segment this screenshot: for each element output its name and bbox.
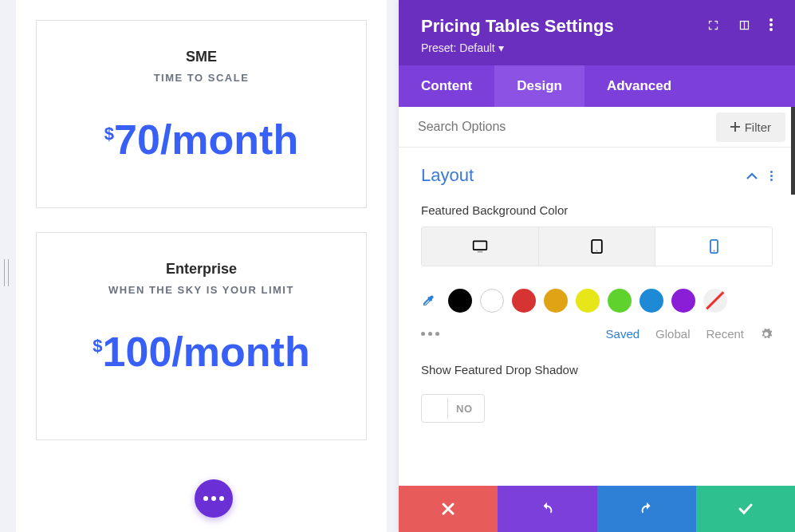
palette-tab-saved[interactable]: Saved (606, 327, 640, 341)
swatch-black[interactable] (448, 289, 472, 313)
price-amount: 100 (103, 329, 172, 375)
swatch-purple[interactable] (671, 289, 695, 313)
swatch-green[interactable] (608, 289, 632, 313)
preset-label: Preset: (421, 41, 456, 54)
canvas-area: SME TIME TO SCALE $70/month Enterprise W… (16, 0, 387, 532)
price-period: /month (171, 329, 309, 375)
panel-title: Pricing Tables Settings (421, 16, 614, 37)
svg-rect-5 (473, 241, 486, 250)
svg-point-10 (713, 250, 714, 252)
plan-name: SME (53, 49, 350, 65)
preset-value: Default (459, 41, 494, 54)
toggle-value: NO (448, 403, 484, 415)
filter-button[interactable]: Filter (716, 112, 785, 142)
drop-shadow-toggle[interactable]: NO (421, 394, 485, 423)
phone-icon (710, 239, 718, 254)
check-icon (738, 503, 753, 514)
palette-tab-global[interactable]: Global (655, 327, 690, 341)
plan-name: Enterprise (53, 261, 350, 278)
filter-label: Filter (745, 120, 771, 134)
pricing-card-enterprise[interactable]: Enterprise WHEN THE SKY IS YOUR LIMIT $1… (36, 232, 367, 440)
swatch-red[interactable] (512, 289, 536, 313)
svg-point-1 (769, 23, 773, 26)
currency-symbol: $ (104, 124, 114, 144)
close-icon (442, 502, 455, 515)
redo-button[interactable] (597, 486, 696, 532)
color-swatches (421, 289, 773, 313)
swatch-yellow[interactable] (576, 289, 600, 313)
palette-tab-recent[interactable]: Recent (706, 327, 744, 341)
undo-icon (539, 502, 555, 516)
cancel-button[interactable] (399, 486, 498, 532)
scrollbar[interactable] (791, 107, 795, 195)
tab-advanced[interactable]: Advanced (584, 65, 694, 107)
tab-content[interactable]: Content (399, 65, 494, 107)
more-horizontal-icon[interactable] (421, 332, 439, 336)
panel-footer (399, 486, 795, 532)
svg-rect-4 (730, 126, 740, 128)
device-phone-tab[interactable] (655, 227, 772, 266)
pricing-card-sme[interactable]: SME TIME TO SCALE $70/month (36, 20, 367, 208)
device-tabs (421, 227, 773, 266)
swatch-orange[interactable] (544, 289, 568, 313)
confirm-button[interactable] (696, 486, 795, 532)
tablet-icon (591, 239, 603, 254)
price-amount: 70 (114, 116, 160, 163)
svg-point-2 (769, 28, 773, 31)
plan-tagline: WHEN THE SKY IS YOUR LIMIT (53, 284, 350, 296)
drag-handle[interactable] (4, 259, 9, 286)
plan-tagline: TIME TO SCALE (53, 72, 350, 84)
section-title[interactable]: Layout (421, 165, 474, 186)
toggle-thumb (424, 397, 448, 420)
swatch-blue[interactable] (640, 289, 663, 313)
undo-button[interactable] (498, 486, 596, 532)
preset-selector[interactable]: Preset: Default ▾ (421, 41, 614, 54)
more-vertical-icon[interactable] (769, 18, 773, 31)
layout-section: Layout Featured Background Color (399, 148, 795, 440)
svg-rect-6 (477, 251, 482, 253)
caret-down-icon: ▾ (498, 41, 504, 54)
fullscreen-icon[interactable] (707, 19, 719, 31)
chevron-up-icon[interactable] (746, 172, 758, 179)
fab-more-button[interactable] (195, 479, 233, 518)
device-desktop-tab[interactable] (422, 227, 538, 266)
plus-icon (730, 122, 740, 132)
desktop-icon (472, 239, 488, 254)
price-line: $100/month (53, 328, 350, 376)
device-tablet-tab[interactable] (538, 227, 655, 266)
price-line: $70/month (53, 116, 350, 164)
eyedropper-icon[interactable] (421, 294, 435, 308)
search-row: Filter (399, 107, 795, 148)
redo-icon (639, 502, 655, 516)
swatch-white[interactable] (480, 289, 504, 313)
featured-bg-label: Featured Background Color (421, 203, 773, 217)
panel-header: Pricing Tables Settings Preset: Default … (399, 0, 795, 65)
more-vertical-icon[interactable] (770, 171, 773, 181)
settings-panel: Pricing Tables Settings Preset: Default … (399, 0, 795, 532)
price-period: /month (160, 116, 298, 163)
svg-point-8 (596, 250, 598, 252)
currency-symbol: $ (92, 336, 102, 356)
gear-icon[interactable] (760, 328, 773, 341)
columns-icon[interactable] (738, 19, 750, 31)
svg-point-0 (769, 18, 773, 22)
drop-shadow-label: Show Featured Drop Shadow (421, 363, 773, 376)
tab-design[interactable]: Design (494, 65, 584, 107)
panel-tabs: Content Design Advanced (399, 65, 795, 107)
search-input[interactable] (399, 107, 716, 147)
swatch-none[interactable] (703, 289, 727, 313)
